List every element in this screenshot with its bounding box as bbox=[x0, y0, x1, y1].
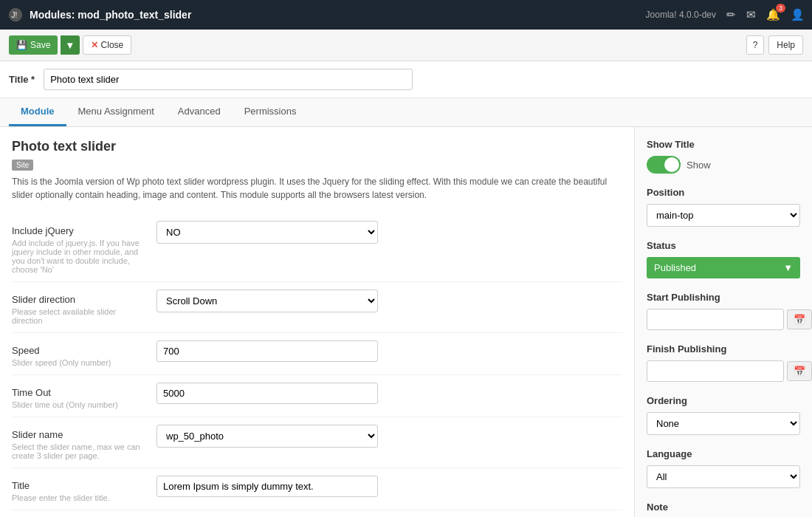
edit-icon[interactable]: ✏ bbox=[726, 8, 736, 21]
status-button[interactable]: Published ▼ bbox=[647, 257, 800, 278]
joomla-logo-icon: J! bbox=[7, 7, 24, 23]
ordering-select[interactable]: None First Last bbox=[647, 412, 800, 435]
tab-module[interactable]: Module bbox=[9, 98, 66, 126]
tab-menu-assignment[interactable]: Menu Assignment bbox=[66, 98, 166, 126]
question-button[interactable]: ? bbox=[746, 35, 765, 55]
form-row-include-jquery: Include jQuery Add include of jquery.js.… bbox=[12, 213, 622, 282]
slider-name-select[interactable]: wp_50_photo wp_50_photo_2 wp_50_photo_3 bbox=[156, 425, 378, 448]
form-row-speed: Speed Slider speed (Only number) bbox=[12, 333, 622, 375]
form-row-timeout: Time Out Slider time out (Only number) bbox=[12, 375, 622, 417]
left-panel: Photo text slider Site This is the Jooml… bbox=[0, 127, 635, 517]
form-row-link: Link Please enter the link to redirect. bbox=[12, 510, 622, 517]
include-jquery-hint: Add include of jquery.js. If you have jq… bbox=[12, 239, 145, 274]
include-jquery-label: Include jQuery bbox=[12, 225, 145, 236]
toggle-knob bbox=[664, 157, 679, 172]
save-dropdown-button[interactable]: ▼ bbox=[61, 35, 79, 55]
page-title: Modules: mod_photo_text_slider bbox=[30, 9, 191, 21]
speed-input[interactable] bbox=[156, 340, 378, 362]
start-publishing-input[interactable] bbox=[647, 309, 784, 330]
include-jquery-select[interactable]: NO YES bbox=[156, 221, 378, 244]
show-title-section: Show Title Show bbox=[647, 139, 800, 174]
slider-name-hint: Select the slider name, max we can creat… bbox=[12, 442, 145, 460]
joomla-version: Joomla! 4.0.0-dev bbox=[646, 10, 716, 20]
slider-name-label: Slider name bbox=[12, 429, 145, 440]
form-row-slider-direction: Slider direction Please select available… bbox=[12, 282, 622, 333]
status-arrow-icon: ▼ bbox=[783, 262, 793, 273]
status-value: Published bbox=[654, 262, 696, 273]
finish-publishing-calendar-button[interactable]: 📅 bbox=[787, 361, 812, 381]
slider-direction-select[interactable]: Scroll Down Scroll Up Scroll Left Scroll… bbox=[156, 290, 378, 312]
topbar: J! Modules: mod_photo_text_slider Joomla… bbox=[0, 0, 812, 30]
finish-publishing-label: Finish Publishing bbox=[647, 343, 800, 355]
language-label: Language bbox=[647, 448, 800, 459]
save-icon: 💾 bbox=[16, 40, 27, 50]
main-content: Photo text slider Site This is the Jooml… bbox=[0, 127, 812, 517]
start-publishing-calendar-button[interactable]: 📅 bbox=[787, 309, 812, 329]
tab-permissions[interactable]: Permissions bbox=[233, 98, 309, 126]
module-form: Include jQuery Add include of jquery.js.… bbox=[12, 213, 622, 517]
note-section: Note bbox=[647, 501, 800, 517]
tab-advanced[interactable]: Advanced bbox=[166, 98, 233, 126]
notification-bell-icon[interactable]: 🔔 3 bbox=[766, 8, 780, 21]
note-label: Note bbox=[647, 501, 800, 513]
help-button[interactable]: Help bbox=[768, 35, 803, 55]
title-input[interactable] bbox=[44, 69, 413, 90]
slider-title-label: Title bbox=[12, 480, 145, 491]
site-badge: Site bbox=[12, 160, 33, 171]
user-avatar-icon[interactable]: 👤 bbox=[791, 8, 805, 21]
finish-publishing-input[interactable] bbox=[647, 360, 784, 382]
timeout-label: Time Out bbox=[12, 387, 145, 398]
start-publishing-section: Start Publishing 📅 bbox=[647, 292, 800, 330]
position-label: Position bbox=[647, 187, 800, 198]
start-publishing-label: Start Publishing bbox=[647, 292, 800, 303]
title-field-label: Title * bbox=[9, 74, 35, 85]
language-section: Language All English (UK) English (US) bbox=[647, 448, 800, 488]
slider-title-input[interactable] bbox=[156, 476, 378, 497]
status-section: Status Published ▼ bbox=[647, 240, 800, 278]
timeout-hint: Slider time out (Only number) bbox=[12, 400, 145, 409]
right-panel: Show Title Show Position main-top sideba… bbox=[635, 127, 812, 517]
close-button[interactable]: ✕ Close bbox=[83, 35, 132, 55]
slider-title-hint: Please enter the slider title. bbox=[12, 493, 145, 502]
ordering-label: Ordering bbox=[647, 395, 800, 406]
toolbar: 💾 Save ▼ ✕ Close ? Help bbox=[0, 30, 812, 61]
language-select[interactable]: All English (UK) English (US) bbox=[647, 465, 800, 488]
finish-publishing-section: Finish Publishing 📅 bbox=[647, 343, 800, 382]
status-label: Status bbox=[647, 240, 800, 251]
slider-direction-hint: Please select available slider direction bbox=[12, 307, 145, 325]
timeout-input[interactable] bbox=[156, 383, 378, 404]
form-row-slider-name: Slider name Select the slider name, max … bbox=[12, 417, 622, 468]
show-title-toggle-label: Show bbox=[687, 160, 711, 171]
module-title: Photo text slider bbox=[12, 139, 622, 154]
module-description: This is the Joomla version of Wp photo t… bbox=[12, 175, 622, 202]
save-label: Save bbox=[30, 40, 50, 50]
save-button[interactable]: 💾 Save bbox=[9, 35, 58, 55]
show-title-toggle[interactable] bbox=[647, 156, 681, 174]
slider-direction-label: Slider direction bbox=[12, 294, 145, 305]
close-x-icon: ✕ bbox=[91, 40, 98, 50]
speed-label: Speed bbox=[12, 345, 145, 356]
position-section: Position main-top sidebar-left sidebar-r… bbox=[647, 187, 800, 227]
notification-count: 3 bbox=[776, 4, 785, 13]
speed-hint: Slider speed (Only number) bbox=[12, 358, 145, 367]
show-title-label: Show Title bbox=[647, 139, 800, 150]
show-title-toggle-row: Show bbox=[647, 156, 800, 174]
form-row-slider-title: Title Please enter the slider title. bbox=[12, 468, 622, 510]
tabs: Module Menu Assignment Advanced Permissi… bbox=[0, 98, 812, 127]
position-select[interactable]: main-top sidebar-left sidebar-right foot… bbox=[647, 204, 800, 227]
svg-text:J!: J! bbox=[12, 11, 18, 19]
ordering-section: Ordering None First Last bbox=[647, 395, 800, 435]
mail-icon[interactable]: ✉ bbox=[746, 8, 756, 21]
title-row: Title * bbox=[0, 61, 812, 98]
close-label: Close bbox=[101, 40, 124, 50]
